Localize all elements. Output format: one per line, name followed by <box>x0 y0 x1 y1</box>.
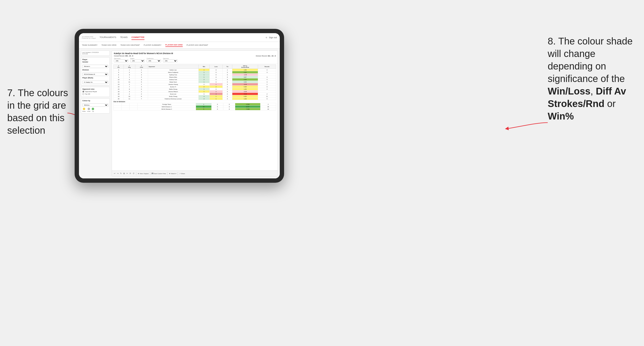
timer-icon[interactable]: ⏱ <box>133 173 134 174</box>
table-row: 15 8 5 Stella Cheng 1 0 0 1.25 4 <box>114 88 276 90</box>
col-conf: #Conf <box>135 65 148 69</box>
table-row: 16 3 1 Jessica Mason 1 2 0 -0.94 <box>114 90 276 93</box>
colour-by-select[interactable]: Win/loss <box>82 103 108 107</box>
division-label: Division <box>82 69 108 71</box>
filter-conference: Conference (All) <box>146 58 161 62</box>
overall-record: Overall Record: 353 - 34 - 6 <box>114 55 133 57</box>
table-row: 19 10 6 Emily Chang 4 1 0 0.30 11 <box>114 95 276 98</box>
arrow-right-icon <box>502 118 550 132</box>
opponents-filter-select[interactable]: (All) <box>114 59 128 62</box>
legend-level-circle <box>88 108 90 110</box>
last-updated: Last Updated: 27/03/202416:55:38 <box>81 50 110 56</box>
toolbar-separator <box>136 172 136 175</box>
table-row: NAIA Division 1 15 0 0 9.267 30 <box>114 106 276 108</box>
radio-dot-opponents <box>82 91 84 93</box>
watch-chevron: ▾ <box>176 173 176 174</box>
legend-up-circle <box>92 108 94 110</box>
player-label: Player <box>82 59 108 60</box>
tablet-screen: SCOREBOARD Powered by clippd TOURNAMENTS… <box>79 33 280 178</box>
toolbar-separator3 <box>167 172 168 175</box>
redo-right-icon[interactable]: ↻ <box>120 173 122 174</box>
legend-up: Up <box>92 108 94 112</box>
share-label: Share <box>181 173 185 174</box>
division-select[interactable]: NCAA Division III <box>82 73 108 76</box>
gender-label: Gender <box>82 61 108 63</box>
left-panel: Last Updated: 27/03/202416:55:38 Player … <box>81 50 110 176</box>
table-row: 10 6 3 Andrea York 2 0 0 4.00 4 <box>114 78 276 81</box>
share-icon: ↗ <box>179 173 180 174</box>
radio-top100[interactable]: Top 100 <box>82 93 108 95</box>
nav-committee[interactable]: COMMITTEE <box>132 35 144 40</box>
grid-title: Katelyn Vo Head-to-Head Grid for Women's… <box>114 52 276 55</box>
nav-teams[interactable]: TEAMS <box>120 35 128 40</box>
data-table-container: #Div #Reg #Conf Opponent Win Loss Tie Di… <box>112 63 278 171</box>
view-original-btn[interactable]: 👁 View: Original <box>138 173 148 174</box>
out-of-division-table: Foreign Team 1 0 0 4.500 2 NAIA Division… <box>114 103 276 110</box>
sub-nav-team-summary[interactable]: TEAM SUMMARY <box>82 43 98 47</box>
legend-down: Down <box>82 108 86 112</box>
sub-nav-player-h2h-grid[interactable]: PLAYER H2H GRID <box>166 43 183 47</box>
region-filter-select[interactable]: (All) <box>130 59 145 62</box>
filter-region: Region (All) <box>130 58 145 62</box>
grid-panel: Katelyn Vo Head-to-Head Grid for Women's… <box>112 50 278 176</box>
annotation-left: 7. The colours in the grid are based on … <box>7 87 70 137</box>
grid-filters: Opponents: (All) Region (All) <box>114 58 276 62</box>
refresh-icon[interactable]: ⟳ <box>130 173 131 174</box>
sub-nav-player-summary[interactable]: PLAYER SUMMARY <box>144 43 162 47</box>
watch-btn[interactable]: 👁 Watch ▾ <box>169 173 176 174</box>
table-row: 11 11 5 Heejo Hyun 1 0 0 3.33 3 <box>114 81 276 83</box>
player-section: Player Gender Women's Division NCAA Divi… <box>81 57 110 85</box>
table-row: 20 11 7 Federica Domecq Lacroze 2 1 0 1.… <box>114 98 276 100</box>
col-win: Win <box>198 65 210 69</box>
grid-header: Katelyn Vo Head-to-Head Grid for Women's… <box>112 51 278 63</box>
sub-nav-team-h2h-grid[interactable]: TEAM H2H GRID <box>101 43 116 47</box>
radio-opponents-played[interactable]: Opponents Played <box>82 91 108 93</box>
col-div: #Div <box>114 65 124 69</box>
col-diff: Diff AvStrokes/Rnd <box>232 65 258 69</box>
col-reg: #Reg <box>124 65 135 69</box>
conference-filter-select[interactable]: (All) <box>146 59 161 62</box>
main-content: Last Updated: 27/03/202416:55:38 Player … <box>79 49 280 178</box>
view-icon: 👁 <box>138 173 139 174</box>
undo-icon[interactable]: ↩ <box>114 173 116 174</box>
watch-icon: 👁 <box>169 173 170 174</box>
share-btn[interactable]: ↗ Share <box>179 173 185 174</box>
col-rounds: Rounds <box>258 65 276 69</box>
opponent-view-section: Opponent view Opponents Played Top 100 <box>81 87 110 97</box>
view-original-label: View: Original <box>140 173 148 174</box>
legend-down-circle <box>83 108 85 110</box>
scissors-icon[interactable]: ✂ <box>126 173 128 174</box>
colour-by-section: Colour by Win/loss Down Level <box>81 98 110 114</box>
opponent-filter-select[interactable]: (All) <box>163 59 178 62</box>
redo-left-icon[interactable]: ↪ <box>117 173 119 174</box>
legend: Down Level Up <box>82 108 108 112</box>
nav-bar: SCOREBOARD Powered by clippd TOURNAMENTS… <box>79 33 280 42</box>
opponent-view-label: Opponent view <box>82 88 108 90</box>
sign-out-icon: ⎋ <box>266 36 267 39</box>
watch-label: Watch <box>171 173 175 174</box>
table-row: 5 2 2 Alexis Sudjianto 1 0 0 4.00 3 <box>114 71 276 74</box>
save-custom-view-btn[interactable]: 💾 Save Custom View <box>152 173 166 174</box>
filter-opponent: Opponent (All) <box>163 58 178 62</box>
grid-icon[interactable]: ⊞ <box>123 173 125 174</box>
gender-select[interactable]: Women's <box>82 65 108 68</box>
nav-items: TOURNAMENTS TEAMS COMMITTEE <box>100 35 266 40</box>
table-row: Foreign Team 1 0 0 4.500 2 <box>114 103 276 106</box>
toolbar-separator2 <box>150 172 150 175</box>
table-row: 18 2 2 Euna Lee 0 3 0 -5.00 2 <box>114 93 276 95</box>
out-of-division-label: Out of division <box>114 100 276 103</box>
filter-opponents: Opponents: (All) <box>114 58 128 62</box>
toolbar-separator4 <box>178 172 178 175</box>
col-tie: Tie <box>222 65 232 69</box>
legend-level: Level <box>87 108 90 112</box>
table-row: 6 3 3 Sydney Kuo 1 0 0 -1.00 <box>114 74 276 76</box>
nav-tournaments[interactable]: TOURNAMENTS <box>100 35 116 40</box>
col-opponent: Opponent <box>148 65 198 69</box>
player-rank-select[interactable]: 8. Katelyn Vo <box>82 81 108 84</box>
logo: SCOREBOARD Powered by clippd <box>82 36 97 39</box>
sub-nav-team-h2h-heatmap[interactable]: TEAM H2H HEATMAP <box>120 43 140 47</box>
table-row: 14 7 4 Eunice Yi 2 2 0 0.38 9 <box>114 86 276 88</box>
sub-nav-player-h2h-heatmap[interactable]: PLAYER H2H HEATMAP <box>186 43 208 47</box>
table-row: 3 1 1 Esther Lee 1 0 1 1.50 4 <box>114 69 276 71</box>
sign-out-link[interactable]: Sign out <box>269 36 277 39</box>
